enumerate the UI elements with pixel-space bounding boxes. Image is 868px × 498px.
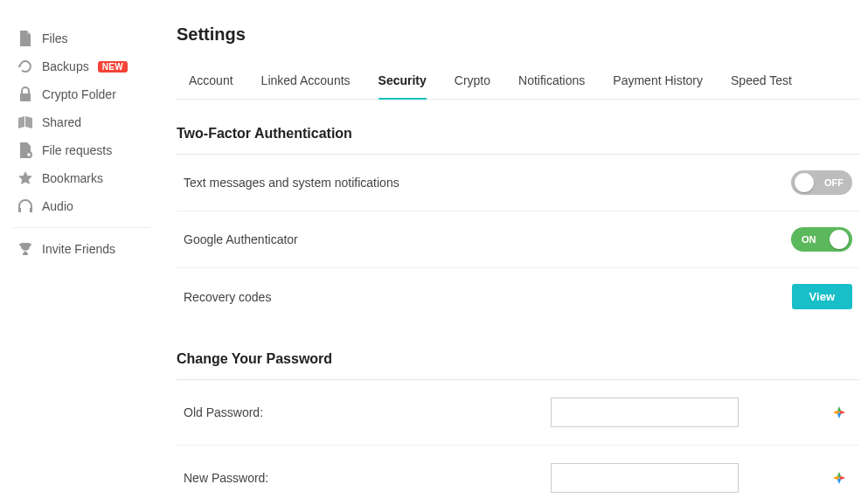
new-password-label: New Password: bbox=[184, 471, 551, 485]
old-password-input-wrap bbox=[551, 398, 852, 427]
old-password-row: Old Password: bbox=[177, 380, 859, 446]
sidebar-item-label: Crypto Folder bbox=[42, 87, 116, 101]
change-password-heading: Change Your Password bbox=[177, 351, 859, 367]
twofa-recovery-label: Recovery codes bbox=[184, 290, 271, 304]
sidebar-divider bbox=[12, 227, 150, 228]
sidebar-item-shared[interactable]: Shared bbox=[12, 108, 159, 136]
sidebar-item-label: Backups bbox=[42, 59, 89, 73]
star-icon bbox=[17, 170, 33, 186]
twofa-ga-row: Google Authenticator ON bbox=[177, 211, 859, 268]
sidebar-item-invite[interactable]: Invite Friends bbox=[12, 235, 159, 263]
toggle-text: ON bbox=[802, 234, 816, 245]
twofa-sms-toggle[interactable]: OFF bbox=[791, 170, 852, 195]
sidebar-item-label: Shared bbox=[42, 115, 81, 129]
twofa-ga-label: Google Authenticator bbox=[184, 232, 298, 246]
view-recovery-codes-button[interactable]: View bbox=[792, 284, 852, 309]
old-password-input[interactable] bbox=[551, 398, 739, 427]
trophy-icon bbox=[17, 241, 33, 257]
sidebar-item-label: Bookmarks bbox=[42, 171, 103, 185]
tab-crypto[interactable]: Crypto bbox=[455, 65, 490, 100]
sidebar-item-label: Invite Friends bbox=[42, 242, 115, 256]
svg-rect-1 bbox=[18, 208, 21, 212]
new-password-input[interactable] bbox=[551, 463, 739, 493]
twofa-heading: Two-Factor Authentication bbox=[177, 126, 859, 142]
settings-tabs: Account Linked Accounts Security Crypto … bbox=[177, 64, 859, 100]
page-title: Settings bbox=[177, 24, 859, 45]
new-badge: NEW bbox=[98, 61, 128, 73]
backup-icon bbox=[17, 59, 33, 74]
tab-security[interactable]: Security bbox=[378, 65, 427, 100]
share-icon bbox=[17, 114, 33, 130]
twofa-sms-row: Text messages and system notifications O… bbox=[177, 155, 859, 211]
headphones-icon bbox=[17, 198, 33, 214]
sidebar-item-bookmarks[interactable]: Bookmarks bbox=[12, 164, 159, 192]
sidebar: Files Backups NEW Crypto Folder Shared bbox=[0, 0, 159, 498]
sidebar-item-label: File requests bbox=[42, 143, 112, 157]
new-password-row: New Password: bbox=[177, 446, 859, 498]
password-manager-icon[interactable] bbox=[833, 406, 845, 418]
sidebar-item-label: Audio bbox=[42, 199, 73, 213]
lock-icon bbox=[17, 86, 33, 102]
sidebar-item-crypto[interactable]: Crypto Folder bbox=[12, 80, 159, 108]
tab-account[interactable]: Account bbox=[189, 65, 233, 100]
toggle-text: OFF bbox=[824, 177, 844, 188]
twofa-sms-label: Text messages and system notifications bbox=[184, 176, 399, 190]
old-password-label: Old Password: bbox=[184, 405, 551, 419]
svg-rect-2 bbox=[30, 208, 32, 212]
new-password-input-wrap bbox=[551, 463, 852, 493]
tab-notifications[interactable]: Notifications bbox=[518, 65, 585, 100]
main-content: Settings Account Linked Accounts Securit… bbox=[159, 0, 868, 498]
sidebar-item-file-requests[interactable]: File requests bbox=[12, 136, 159, 164]
file-icon bbox=[17, 31, 33, 46]
change-password-panel: Old Password: New Password: bbox=[177, 379, 859, 498]
toggle-knob bbox=[830, 230, 849, 249]
tab-payment-history[interactable]: Payment History bbox=[613, 65, 703, 100]
twofa-panel: Text messages and system notifications O… bbox=[177, 154, 859, 325]
sidebar-item-backups[interactable]: Backups NEW bbox=[12, 52, 159, 80]
tab-linked-accounts[interactable]: Linked Accounts bbox=[261, 65, 351, 100]
sidebar-item-audio[interactable]: Audio bbox=[12, 192, 159, 220]
file-request-icon bbox=[17, 142, 33, 158]
twofa-recovery-row: Recovery codes View bbox=[177, 268, 859, 325]
toggle-knob bbox=[795, 173, 814, 192]
sidebar-item-label: Files bbox=[42, 31, 68, 45]
twofa-ga-toggle[interactable]: ON bbox=[791, 227, 852, 252]
password-manager-icon[interactable] bbox=[833, 472, 845, 484]
sidebar-item-files[interactable]: Files bbox=[12, 24, 159, 52]
tab-speed-test[interactable]: Speed Test bbox=[731, 65, 792, 100]
